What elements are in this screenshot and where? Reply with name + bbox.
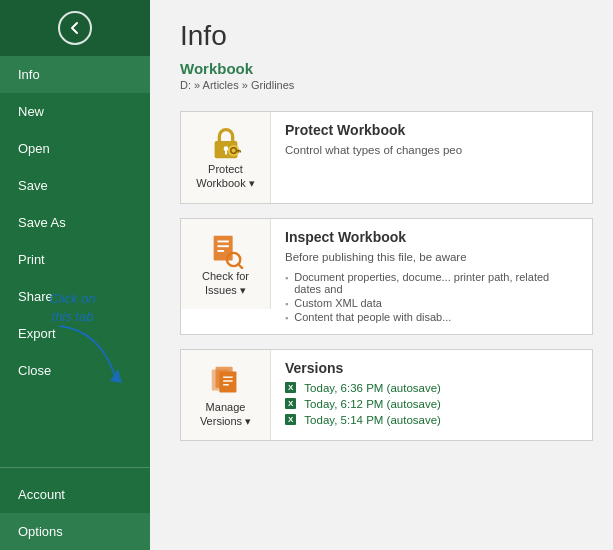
page-title: Info	[180, 20, 583, 52]
versions-icon-area[interactable]: ManageVersions ▾	[181, 350, 271, 441]
inspect-card-icon-label: Check forIssues ▾	[202, 269, 249, 298]
breadcrumb: D: » Articles » Gridlines	[180, 79, 583, 91]
section-title: Workbook	[180, 60, 583, 77]
versions-card-icon-label: ManageVersions ▾	[200, 400, 251, 429]
versions-list: X Today, 6:36 PM (autosave) X Today, 6:1…	[285, 380, 578, 428]
protect-icon-area[interactable]: Protect Workbook ▾	[181, 112, 271, 203]
sidebar: Info New Open Save Save As Print Share E…	[0, 0, 150, 550]
protect-card-icon-label: Protect Workbook ▾	[189, 162, 262, 191]
lock-icon	[207, 124, 245, 162]
sidebar-item-print[interactable]: Print	[0, 241, 150, 278]
back-button[interactable]	[0, 0, 150, 56]
excel-icon-1: X	[285, 382, 296, 393]
inspect-card-title: Inspect Workbook	[285, 229, 578, 245]
version-item-1: X Today, 6:36 PM (autosave)	[285, 380, 578, 396]
sidebar-item-info[interactable]: Info	[0, 56, 150, 93]
protect-card-title: Protect Workbook	[285, 122, 578, 138]
inspect-icon	[207, 231, 245, 269]
sidebar-item-account[interactable]: Account	[0, 476, 150, 513]
protect-card-desc: Control what types of changes peo	[285, 142, 578, 159]
versions-icon	[207, 362, 245, 400]
list-item: Content that people with disab...	[285, 310, 578, 324]
list-item: Custom XML data	[285, 296, 578, 310]
protect-workbook-card: Protect Workbook ▾ Protect Workbook Cont…	[180, 111, 593, 204]
sidebar-bottom: Account Options	[0, 459, 150, 550]
back-arrow-icon	[67, 20, 83, 36]
excel-icon-3: X	[285, 414, 296, 425]
main-content: Protect Workbook ▾ Protect Workbook Cont…	[150, 101, 613, 550]
inspect-card-desc: Before publishing this file, be aware	[285, 249, 578, 266]
versions-card-body: Versions X Today, 6:36 PM (autosave) X T…	[271, 350, 592, 438]
main-panel: Info Workbook D: » Articles » Gridlines	[150, 0, 613, 550]
sidebar-item-new[interactable]: New	[0, 93, 150, 130]
sidebar-item-share[interactable]: Share	[0, 278, 150, 315]
back-circle	[58, 11, 92, 45]
version-item-2: X Today, 6:12 PM (autosave)	[285, 396, 578, 412]
sidebar-item-options[interactable]: Options	[0, 513, 150, 550]
inspect-workbook-card: Check forIssues ▾ Inspect Workbook Befor…	[180, 218, 593, 335]
version-item-3: X Today, 5:14 PM (autosave)	[285, 412, 578, 428]
sidebar-item-export[interactable]: Export	[0, 315, 150, 352]
sidebar-item-close[interactable]: Close	[0, 352, 150, 389]
versions-card-title: Versions	[285, 360, 578, 376]
inspect-card-list: Document properties, docume... printer p…	[285, 270, 578, 324]
sidebar-divider	[0, 467, 150, 468]
svg-point-2	[223, 146, 228, 151]
svg-line-14	[238, 264, 242, 268]
svg-rect-9	[213, 235, 232, 260]
sidebar-item-save[interactable]: Save	[0, 167, 150, 204]
list-item: Document properties, docume... printer p…	[285, 270, 578, 296]
svg-rect-17	[219, 371, 236, 392]
excel-icon-2: X	[285, 398, 296, 409]
sidebar-item-open[interactable]: Open	[0, 130, 150, 167]
protect-card-body: Protect Workbook Control what types of c…	[271, 112, 592, 169]
sidebar-item-save-as[interactable]: Save As	[0, 204, 150, 241]
inspect-icon-area[interactable]: Check forIssues ▾	[181, 219, 271, 310]
versions-card: ManageVersions ▾ Versions X Today, 6:36 …	[180, 349, 593, 442]
inspect-card-body: Inspect Workbook Before publishing this …	[271, 219, 592, 334]
main-header: Info Workbook D: » Articles » Gridlines	[150, 0, 613, 101]
